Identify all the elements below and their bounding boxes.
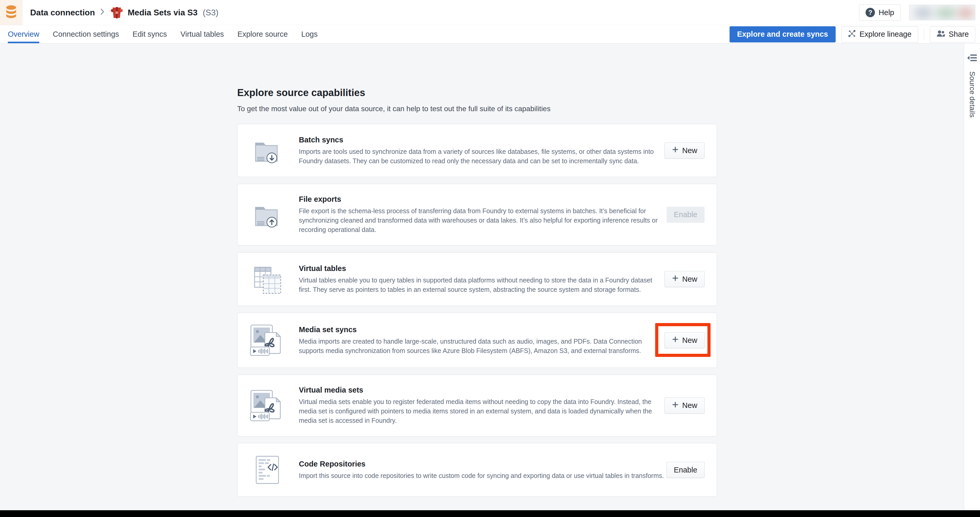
tab-bar: OverviewConnection settingsEdit syncsVir… — [0, 25, 980, 43]
tab-logs[interactable]: Logs — [301, 25, 318, 43]
button-label: New — [682, 336, 697, 345]
redacted-blur — [958, 7, 974, 19]
card-title: Virtual media sets — [299, 386, 665, 394]
help-icon: ? — [865, 8, 875, 17]
media-set-icon — [250, 324, 285, 357]
tab-list: OverviewConnection settingsEdit syncsVir… — [8, 25, 318, 43]
card-description: File export is the schema-less process o… — [299, 206, 667, 234]
enable-button[interactable]: Enable — [667, 462, 705, 478]
plus-icon — [672, 146, 679, 155]
new-button[interactable]: New — [665, 142, 705, 158]
redacted-blur — [935, 7, 956, 19]
chevron-right-icon — [100, 8, 105, 18]
page-title: Explore source capabilities — [237, 87, 980, 98]
card-description: Virtual tables enable you to query table… — [299, 275, 665, 294]
plus-icon — [672, 274, 679, 284]
button-label: New — [682, 146, 697, 155]
card-description: Media imports are created to handle larg… — [299, 337, 665, 355]
page-subtitle: To get the most value out of your data s… — [237, 105, 980, 113]
tab-virtual-tables[interactable]: Virtual tables — [180, 25, 224, 43]
virtual-tables-icon — [250, 263, 285, 295]
folder-download-icon — [250, 135, 285, 166]
tab-label: Logs — [301, 30, 318, 38]
card-description: Import this source into code repositorie… — [299, 471, 667, 480]
breadcrumb: Data connection Media Sets via S3 (S3) — [30, 6, 218, 19]
tab-connection-settings[interactable]: Connection settings — [53, 25, 119, 43]
share-button[interactable]: Share — [930, 26, 975, 42]
code-repository-icon — [250, 454, 285, 485]
card-title: Code Repositories — [299, 460, 667, 468]
tab-label: Connection settings — [53, 30, 119, 38]
folder-upload-icon — [250, 199, 285, 230]
capability-card-virtual-tables: Virtual tables Virtual tables enable you… — [237, 252, 717, 306]
card-action: Enable — [667, 462, 705, 478]
tab-explore-source[interactable]: Explore source — [237, 25, 288, 43]
bottom-black-bar — [0, 510, 980, 517]
people-icon — [936, 30, 945, 39]
explore-lineage-label: Explore lineage — [859, 30, 912, 38]
capability-card-code-repositories: Code Repositories Import this source int… — [237, 443, 717, 497]
card-description: Virtual media sets enable you to registe… — [299, 397, 665, 425]
enable-button[interactable]: Enable — [667, 207, 705, 223]
button-label: New — [682, 275, 697, 284]
share-label: Share — [949, 30, 969, 38]
card-title: Batch syncs — [299, 136, 665, 144]
new-button[interactable]: New — [665, 332, 705, 348]
capability-card-media-set-syncs: Media set syncs Media imports are create… — [237, 313, 717, 368]
breadcrumb-data-connection[interactable]: Data connection — [30, 8, 95, 18]
card-action: New — [665, 142, 705, 158]
s3-source-icon — [110, 6, 124, 19]
plus-icon — [672, 336, 679, 345]
new-button[interactable]: New — [665, 271, 705, 287]
button-label: New — [682, 401, 697, 410]
tab-label: Edit syncs — [133, 30, 167, 38]
tab-overview[interactable]: Overview — [8, 25, 39, 43]
redacted-blur — [914, 7, 933, 19]
explore-and-create-syncs-button[interactable]: Explore and create syncs — [730, 26, 836, 42]
top-header: Data connection Media Sets via S3 (S3) ?… — [0, 0, 980, 25]
card-action: New — [665, 397, 705, 414]
help-label: Help — [878, 8, 894, 17]
card-action: New — [665, 332, 705, 348]
card-action: Enable — [667, 207, 705, 223]
toolbar-divider — [924, 29, 924, 40]
database-icon — [5, 5, 17, 20]
breadcrumb-source-type: (S3) — [203, 8, 218, 18]
capability-card-file-exports: File exports File export is the schema-l… — [237, 184, 717, 246]
panel-open-icon — [967, 54, 977, 64]
source-details-label: Source details — [968, 71, 976, 117]
app-window: Data connection Media Sets via S3 (S3) ?… — [0, 0, 980, 517]
breadcrumb-source-title: Media Sets via S3 — [128, 8, 198, 18]
media-set-icon — [250, 389, 285, 422]
card-title: Virtual tables — [299, 264, 665, 273]
lineage-graph-icon — [848, 29, 856, 39]
help-button[interactable]: ? Help — [859, 5, 900, 21]
new-button[interactable]: New — [665, 397, 705, 414]
plus-icon — [672, 401, 679, 410]
tab-edit-syncs[interactable]: Edit syncs — [133, 25, 167, 43]
card-action: New — [665, 271, 705, 287]
capability-card-batch-syncs: Batch syncs Imports are tools used to sy… — [237, 124, 717, 177]
tab-label: Virtual tables — [180, 30, 224, 38]
data-connection-app-icon[interactable] — [0, 0, 22, 25]
card-title: File exports — [299, 195, 667, 204]
toolbar-actions: Explore and create syncs Explore lineage — [730, 26, 975, 42]
card-title: Media set syncs — [299, 326, 665, 334]
card-description: Imports are tools used to synchronize da… — [299, 147, 665, 166]
source-details-rail[interactable]: Source details — [964, 44, 980, 510]
tab-label: Overview — [8, 30, 39, 38]
header-actions: ? Help — [859, 5, 975, 21]
explore-lineage-button[interactable]: Explore lineage — [842, 26, 918, 42]
capability-card-list: Batch syncs Imports are tools used to sy… — [237, 124, 717, 497]
capability-card-virtual-media-sets: Virtual media sets Virtual media sets en… — [237, 375, 717, 436]
tab-label: Explore source — [237, 30, 288, 38]
user-account-badge-redacted[interactable] — [909, 5, 975, 20]
main-content: Explore source capabilities To get the m… — [0, 43, 980, 497]
